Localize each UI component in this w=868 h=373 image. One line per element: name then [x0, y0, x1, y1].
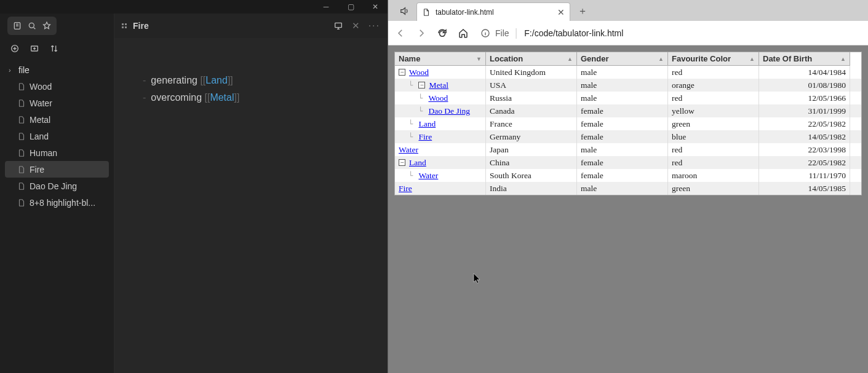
- cell-name: └ Fire: [395, 130, 486, 143]
- home-button[interactable]: [457, 27, 469, 39]
- cell-gender: female: [577, 117, 668, 130]
- sidebar-item-metal[interactable]: Metal: [0, 111, 114, 128]
- monitor-icon[interactable]: [333, 21, 343, 31]
- site-info-icon[interactable]: [480, 28, 490, 38]
- sidebar-item-label: 8+8 highlight-bl...: [30, 198, 95, 208]
- row-link[interactable]: Fire: [418, 132, 432, 142]
- bullet-line[interactable]: -generating [[Land]]: [143, 75, 369, 86]
- browser-tab-strip: tabulator-link.html ✕ ＋: [388, 0, 868, 21]
- cell-gender: female: [577, 156, 668, 169]
- database-icon[interactable]: [12, 21, 22, 31]
- close-tab-icon[interactable]: ✕: [352, 20, 360, 31]
- grid-icon[interactable]: [122, 23, 127, 28]
- cell-color: red: [668, 92, 759, 104]
- browser-tab[interactable]: tabulator-link.html ✕: [416, 2, 570, 21]
- cell-gender: male: [577, 143, 668, 156]
- table-row: └ FireGermanyfemaleblue14/05/1982: [395, 130, 861, 143]
- sidebar-item-land[interactable]: Land: [0, 128, 114, 144]
- url-scheme: File: [495, 28, 509, 38]
- cell-dob: 22/05/1982: [759, 117, 850, 130]
- cell-gender: female: [577, 169, 668, 182]
- cell-location: South Korea: [486, 169, 577, 182]
- document-icon: [17, 182, 26, 190]
- refresh-button[interactable]: [436, 27, 448, 39]
- cell-gender: male: [577, 66, 668, 79]
- sidebar-item-label: Land: [30, 132, 49, 141]
- row-link[interactable]: Land: [418, 119, 436, 129]
- sidebar-item-label: Wood: [30, 82, 52, 92]
- sidebar-item-label: Metal: [30, 115, 50, 125]
- cell-dob: 14/05/1982: [759, 130, 850, 143]
- column-header-name[interactable]: Name▼: [395, 52, 486, 66]
- row-link[interactable]: Water: [418, 171, 438, 181]
- sidebar-item-8-8-highlight-bl-[interactable]: 8+8 highlight-bl...: [0, 194, 114, 211]
- column-header-location[interactable]: Location▲: [486, 52, 577, 66]
- cell-gender: female: [577, 130, 668, 143]
- audio-icon[interactable]: [396, 2, 413, 20]
- document-icon: [17, 165, 26, 174]
- column-header-date-of-birth[interactable]: Date Of Birth▲: [759, 52, 850, 66]
- bullet-line[interactable]: -overcoming [[Metal]]: [143, 92, 369, 103]
- new-page-icon[interactable]: [10, 44, 20, 53]
- star-icon[interactable]: [42, 21, 52, 31]
- browser-tab-title: tabulator-link.html: [436, 8, 552, 17]
- page-link[interactable]: Metal: [210, 92, 234, 103]
- sort-icon: ▼: [476, 56, 482, 62]
- sidebar-item-label: Fire: [30, 165, 44, 175]
- table-row: └ −MetalUSAmaleorange01/08/1980: [395, 79, 861, 92]
- table-row: └ Dao De JingCanadafemaleyellow31/01/199…: [395, 104, 861, 117]
- cell-dob: 31/01/1999: [759, 104, 850, 117]
- browser-window: tabulator-link.html ✕ ＋ File │ F:/code/t…: [388, 0, 868, 373]
- row-link[interactable]: Metal: [429, 80, 448, 90]
- page-viewport[interactable]: Name▼Location▲Gender▲Favourite Color▲Dat…: [388, 45, 868, 373]
- window-close-button[interactable]: ✕: [363, 0, 388, 14]
- cell-color: red: [668, 66, 759, 79]
- cell-name: Fire: [395, 182, 486, 195]
- table-row: └ LandFrancefemalegreen22/05/1982: [395, 117, 861, 130]
- cell-name: −Land: [395, 156, 486, 169]
- sidebar-item-fire[interactable]: Fire: [5, 161, 109, 178]
- search-icon[interactable]: [27, 21, 37, 31]
- editor-body[interactable]: -generating [[Land]]-overcoming [[Metal]…: [114, 38, 388, 109]
- row-link[interactable]: Wood: [428, 93, 448, 103]
- row-link[interactable]: Water: [399, 145, 418, 155]
- sidebar-item-wood[interactable]: Wood: [0, 78, 114, 95]
- editor-tab-title[interactable]: Fire: [133, 21, 149, 31]
- more-icon[interactable]: ···: [368, 20, 380, 31]
- tree-toggle[interactable]: −: [418, 82, 425, 88]
- sidebar-item-water[interactable]: Water: [0, 95, 114, 111]
- table-row: −LandChinafemalered22/05/1982: [395, 156, 861, 169]
- sidebar-item-dao-de-jing[interactable]: Dao De Jing: [0, 178, 114, 194]
- window-minimize-button[interactable]: ─: [314, 0, 338, 14]
- cell-location: France: [486, 117, 577, 130]
- row-link[interactable]: Fire: [399, 184, 412, 194]
- notes-app: ─ ▢ ✕ › file WoodWater: [0, 0, 388, 373]
- column-header-favourite-color[interactable]: Favourite Color▲: [668, 52, 759, 66]
- sidebar-item-human[interactable]: Human: [0, 144, 114, 161]
- tree-toggle[interactable]: −: [399, 69, 405, 76]
- new-tab-button[interactable]: ＋: [574, 2, 591, 20]
- tree-toggle[interactable]: −: [399, 159, 405, 166]
- cell-color: green: [668, 182, 759, 195]
- cell-color: orange: [668, 79, 759, 92]
- address-bar[interactable]: File │ F:/code/tabulator-link.html: [478, 28, 862, 38]
- sort-icon[interactable]: [49, 44, 59, 53]
- cell-location: China: [486, 156, 577, 169]
- column-header-gender[interactable]: Gender▲: [577, 52, 668, 66]
- chevron-right-icon: ›: [9, 66, 15, 74]
- page-link[interactable]: Land: [205, 75, 228, 85]
- cell-name: └ Wood: [395, 92, 486, 104]
- row-link[interactable]: Land: [409, 158, 426, 168]
- back-button[interactable]: [394, 27, 407, 39]
- new-folder-icon[interactable]: [30, 44, 39, 53]
- row-link[interactable]: Wood: [409, 68, 429, 77]
- window-maximize-button[interactable]: ▢: [338, 0, 363, 14]
- cell-gender: male: [577, 79, 668, 92]
- forward-button[interactable]: [415, 27, 428, 39]
- sidebar: › file WoodWaterMetalLandHumanFireDao De…: [0, 14, 114, 373]
- folder-row[interactable]: › file: [0, 61, 114, 78]
- file-favicon-icon: [422, 8, 431, 17]
- document-icon: [17, 132, 26, 141]
- row-link[interactable]: Dao De Jing: [428, 106, 470, 116]
- tab-close-icon[interactable]: ✕: [557, 7, 565, 17]
